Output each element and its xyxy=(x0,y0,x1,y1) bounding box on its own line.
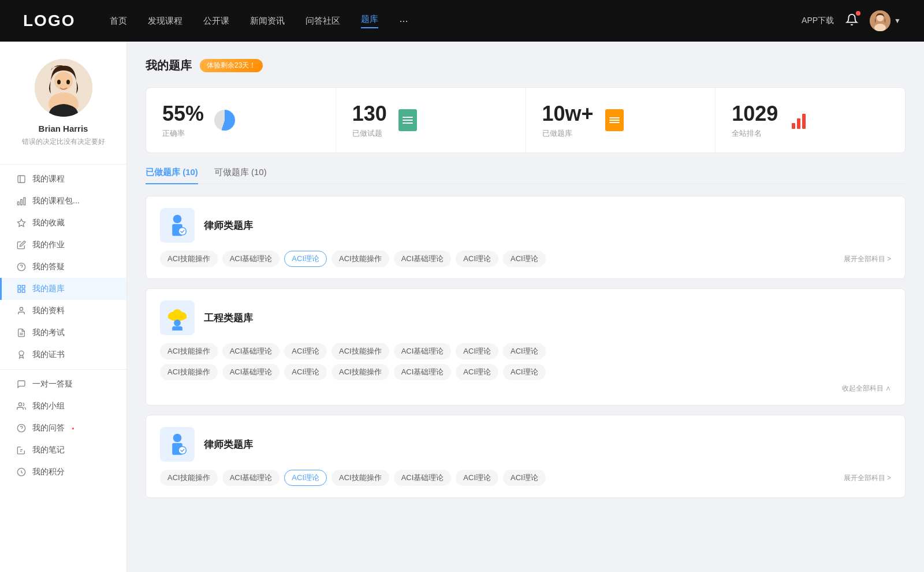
tab-done-banks[interactable]: 已做题库 (10) xyxy=(146,167,198,184)
expand-link-1[interactable]: 展开全部科目 > xyxy=(844,254,891,264)
accuracy-label: 正确率 xyxy=(162,128,204,139)
stat-accuracy-text: 55% 正确率 xyxy=(162,102,204,139)
nav-qbank[interactable]: 题库 xyxy=(361,14,378,28)
stat-ranking-text: 1029 全站排名 xyxy=(732,102,778,139)
sidebar-divider-2 xyxy=(0,369,126,370)
tag-2b-4[interactable]: ACI基础理论 xyxy=(394,364,452,380)
tag-2-3[interactable]: ACI技能操作 xyxy=(331,343,389,359)
tag-2-1[interactable]: ACI基础理论 xyxy=(222,343,280,359)
qbank-card-3: 律师类题库 ACI技能操作 ACI基础理论 ACI理论 ACI技能操作 ACI基… xyxy=(146,415,906,498)
tag-2b-1[interactable]: ACI基础理论 xyxy=(222,364,280,380)
stat-ranking: 1029 全站排名 xyxy=(716,88,905,153)
sidebar-item-notes[interactable]: 我的笔记 xyxy=(0,439,126,461)
svg-rect-16 xyxy=(18,285,21,288)
sidebar-item-questions[interactable]: 我的问答 ● xyxy=(0,417,126,439)
tag-1-3[interactable]: ACI技能操作 xyxy=(331,251,389,267)
sidebar-item-certificate[interactable]: 我的证书 xyxy=(0,344,126,366)
nav-home[interactable]: 首页 xyxy=(110,16,127,27)
qbank-tags-row-2b: ACI技能操作 ACI基础理论 ACI理论 ACI技能操作 ACI基础理论 AC… xyxy=(160,364,891,380)
tabs-row: 已做题库 (10) 可做题库 (10) xyxy=(146,167,906,184)
svg-rect-12 xyxy=(24,198,25,205)
profile-name: Brian Harris xyxy=(12,124,115,133)
tag-2b-5[interactable]: ACI理论 xyxy=(456,364,498,380)
stat-done-questions-text: 130 已做试题 xyxy=(352,102,387,139)
nav-qa[interactable]: 问答社区 xyxy=(305,16,340,27)
qbank-title-2: 工程类题库 xyxy=(204,311,253,325)
tag-2-0[interactable]: ACI技能操作 xyxy=(160,343,218,359)
grid-icon xyxy=(16,284,27,294)
svg-point-36 xyxy=(174,320,181,326)
nav-opencourse[interactable]: 公开课 xyxy=(203,16,229,27)
tag-2b-2[interactable]: ACI理论 xyxy=(284,364,327,380)
sidebar-item-course-pack[interactable]: 我的课程包... xyxy=(0,190,126,212)
tag-3-2[interactable]: ACI理论 xyxy=(284,470,327,486)
tag-3-0[interactable]: ACI技能操作 xyxy=(160,470,218,486)
done-questions-label: 已做试题 xyxy=(352,128,387,139)
tag-3-3[interactable]: ACI技能操作 xyxy=(331,470,389,486)
sidebar-item-qbank[interactable]: 我的题库 xyxy=(0,278,126,300)
notification-badge xyxy=(856,11,860,16)
qbank-card-2: 工程类题库 ACI技能操作 ACI基础理论 ACI理论 ACI技能操作 ACI基… xyxy=(146,288,906,406)
svg-rect-11 xyxy=(21,199,23,205)
nav-more[interactable]: ··· xyxy=(399,15,408,27)
nav-news[interactable]: 新闻资讯 xyxy=(250,16,285,27)
tag-1-2[interactable]: ACI理论 xyxy=(284,251,327,267)
tag-1-0[interactable]: ACI技能操作 xyxy=(160,251,218,267)
svg-point-7 xyxy=(66,80,70,84)
svg-rect-18 xyxy=(18,289,21,292)
tag-2b-0[interactable]: ACI技能操作 xyxy=(160,364,218,380)
group-icon xyxy=(16,401,27,411)
tag-2-5[interactable]: ACI理论 xyxy=(456,343,498,359)
app-download-link[interactable]: APP下载 xyxy=(802,16,834,26)
qbank-title-1: 律师类题库 xyxy=(204,219,253,232)
tags-1: ACI技能操作 ACI基础理论 ACI理论 ACI技能操作 ACI基础理论 AC… xyxy=(160,251,546,267)
question2-icon xyxy=(16,423,27,433)
tag-3-1[interactable]: ACI基础理论 xyxy=(222,470,280,486)
sidebar-item-points[interactable]: 我的积分 xyxy=(0,461,126,483)
user-menu-chevron: ▼ xyxy=(894,17,901,25)
sidebar-item-my-qa[interactable]: 我的答疑 xyxy=(0,256,126,278)
sidebar-item-profile[interactable]: 我的资料 xyxy=(0,300,126,322)
qbank-card-1: 律师类题库 ACI技能操作 ACI基础理论 ACI理论 ACI技能操作 ACI基… xyxy=(146,196,906,279)
sidebar-item-homework[interactable]: 我的作业 xyxy=(0,234,126,256)
sidebar-item-group[interactable]: 我的小组 xyxy=(0,395,126,417)
tag-1-4[interactable]: ACI基础理论 xyxy=(394,251,452,267)
sidebar-item-my-course[interactable]: 我的课程 xyxy=(0,168,126,190)
user-avatar-button[interactable]: ▼ xyxy=(870,10,901,31)
tab-available-banks[interactable]: 可做题库 (10) xyxy=(214,167,267,184)
svg-rect-10 xyxy=(17,202,19,205)
tag-1-5[interactable]: ACI理论 xyxy=(456,251,498,267)
main-content: 我的题库 体验剩余23天！ 55% 正确率 130 已做试题 xyxy=(127,42,924,572)
notification-bell[interactable] xyxy=(845,13,858,28)
tag-2b-3[interactable]: ACI技能操作 xyxy=(331,364,389,380)
sidebar-divider-1 xyxy=(0,164,126,165)
sidebar-item-exam[interactable]: 我的考试 xyxy=(0,322,126,344)
sidebar-item-favorites[interactable]: 我的收藏 xyxy=(0,212,126,234)
tag-2-2[interactable]: ACI理论 xyxy=(284,343,327,359)
stats-row: 55% 正确率 130 已做试题 xyxy=(146,87,906,153)
qbank-tags-row-3: ACI技能操作 ACI基础理论 ACI理论 ACI技能操作 ACI基础理论 AC… xyxy=(160,470,891,486)
tag-3-5[interactable]: ACI理论 xyxy=(456,470,498,486)
tag-3-4[interactable]: ACI基础理论 xyxy=(394,470,452,486)
tag-1-6[interactable]: ACI理论 xyxy=(503,251,546,267)
collapse-link-2[interactable]: 收起全部科目 ∧ xyxy=(160,384,891,393)
qbank-card-2-header: 工程类题库 xyxy=(160,300,891,335)
done-banks-icon xyxy=(603,109,626,132)
person-icon xyxy=(16,306,27,316)
ranking-label: 全站排名 xyxy=(732,128,778,139)
sidebar-item-1on1[interactable]: 一对一答疑 xyxy=(0,373,126,395)
tag-2-6[interactable]: ACI理论 xyxy=(503,343,546,359)
logo[interactable]: LOGO xyxy=(23,12,75,30)
qbank-card-3-header: 律师类题库 xyxy=(160,427,891,462)
tag-3-6[interactable]: ACI理论 xyxy=(503,470,546,486)
tag-2-4[interactable]: ACI基础理论 xyxy=(394,343,452,359)
stat-done-banks-text: 10w+ 已做题库 xyxy=(542,102,594,139)
svg-point-38 xyxy=(173,434,182,443)
pie-chart-icon xyxy=(214,110,235,131)
tag-2b-6[interactable]: ACI理论 xyxy=(503,364,546,380)
expand-link-3[interactable]: 展开全部科目 > xyxy=(844,473,891,483)
nav-discover[interactable]: 发现课程 xyxy=(148,16,182,27)
svg-rect-19 xyxy=(22,289,25,292)
tag-1-1[interactable]: ACI基础理论 xyxy=(222,251,280,267)
done-banks-value: 10w+ xyxy=(542,102,594,126)
